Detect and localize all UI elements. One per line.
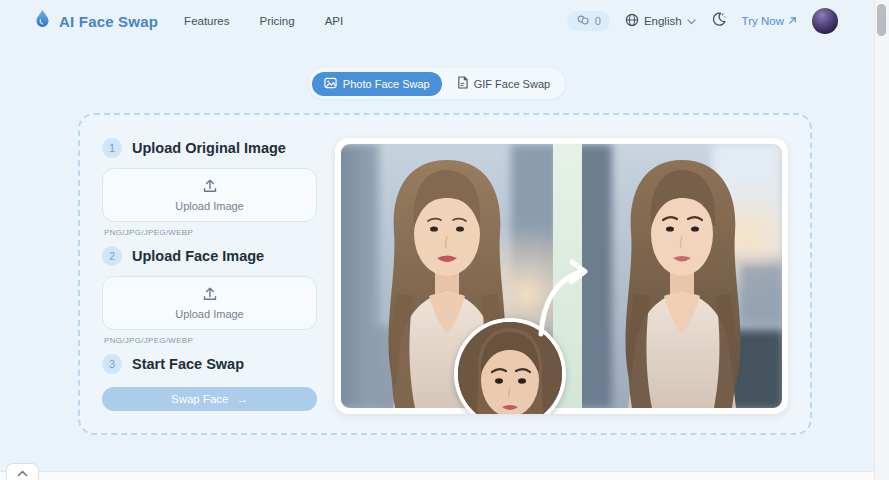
collapse-tab[interactable] — [6, 463, 39, 480]
credits-count: 0 — [595, 15, 601, 27]
step-1-number-badge: 1 — [102, 138, 122, 158]
mode-tabs: Photo Face Swap GIF Face Swap — [309, 68, 565, 99]
tab-photo-label: Photo Face Swap — [343, 78, 430, 90]
step-3-number-badge: 3 — [102, 354, 122, 374]
try-now-link[interactable]: Try Now — [742, 15, 797, 27]
language-label: English — [644, 15, 682, 27]
face-formats-hint: PNG/JPG/JPEG/WEBP — [104, 336, 317, 345]
nav-item-pricing[interactable]: Pricing — [260, 15, 295, 27]
nav-item-features[interactable]: Features — [184, 15, 229, 27]
original-image-upload-dropzone[interactable]: Upload Image — [102, 168, 317, 222]
step-1-header: 1 Upload Original Image — [102, 138, 317, 158]
tab-gif-label: GIF Face Swap — [474, 78, 550, 90]
step-2-header: 2 Upload Face Image — [102, 246, 317, 266]
original-formats-hint: PNG/JPG/JPEG/WEBP — [104, 228, 317, 237]
chevron-up-icon — [17, 463, 28, 480]
language-selector[interactable]: English — [625, 13, 696, 29]
curved-arrow-right-icon — [525, 256, 605, 346]
upload-arrow-icon — [202, 178, 218, 197]
dark-mode-toggle[interactable] — [711, 11, 727, 31]
arrow-right-icon: → — [237, 393, 249, 405]
brand[interactable]: AI Face Swap — [34, 9, 158, 33]
step-2-number-badge: 2 — [102, 246, 122, 266]
gif-file-icon — [457, 76, 468, 91]
swap-face-button-label: Swap Face — [171, 393, 229, 405]
footer-strip — [0, 471, 889, 480]
credits-badge[interactable]: 0 — [567, 11, 610, 31]
nav-item-api[interactable]: API — [325, 15, 344, 27]
page: AI Face Swap Features Pricing API 0 — [0, 0, 889, 480]
tab-gif-face-swap[interactable]: GIF Face Swap — [445, 71, 562, 96]
header: AI Face Swap Features Pricing API 0 — [0, 0, 874, 42]
face-image-upload-dropzone[interactable]: Upload Image — [102, 276, 317, 330]
result-demo-photo — [582, 144, 782, 408]
water-drop-logo-icon — [34, 9, 51, 33]
chevron-down-icon — [687, 15, 696, 27]
steps-column: 1 Upload Original Image Upload Image PNG… — [102, 138, 317, 433]
image-icon — [324, 77, 337, 91]
tab-photo-face-swap[interactable]: Photo Face Swap — [312, 72, 442, 96]
face-swap-panel: 1 Upload Original Image Upload Image PNG… — [78, 113, 812, 435]
header-actions: 0 English — [567, 8, 838, 34]
globe-icon — [625, 13, 639, 29]
step-2-title: Upload Face Image — [132, 248, 264, 264]
moon-stars-icon — [711, 11, 727, 31]
try-now-label: Try Now — [742, 15, 784, 27]
brand-title: AI Face Swap — [59, 13, 158, 30]
upload-face-label: Upload Image — [175, 308, 244, 320]
upload-arrow-icon — [202, 286, 218, 305]
face-tokens-icon — [576, 14, 590, 28]
step-1-title: Upload Original Image — [132, 140, 286, 156]
upload-original-label: Upload Image — [175, 200, 244, 212]
user-avatar[interactable] — [812, 8, 838, 34]
main-nav: Features Pricing API — [184, 15, 343, 27]
demo-preview-card — [335, 138, 788, 414]
scrollbar-thumb[interactable] — [877, 4, 886, 36]
arrow-up-right-icon — [788, 15, 797, 27]
mode-tabs-wrap: Photo Face Swap GIF Face Swap — [0, 68, 874, 99]
page-scrollbar — [874, 0, 889, 480]
swap-face-button[interactable]: Swap Face → — [102, 387, 317, 411]
step-3-header: 3 Start Face Swap — [102, 354, 317, 374]
step-3-title: Start Face Swap — [132, 356, 244, 372]
